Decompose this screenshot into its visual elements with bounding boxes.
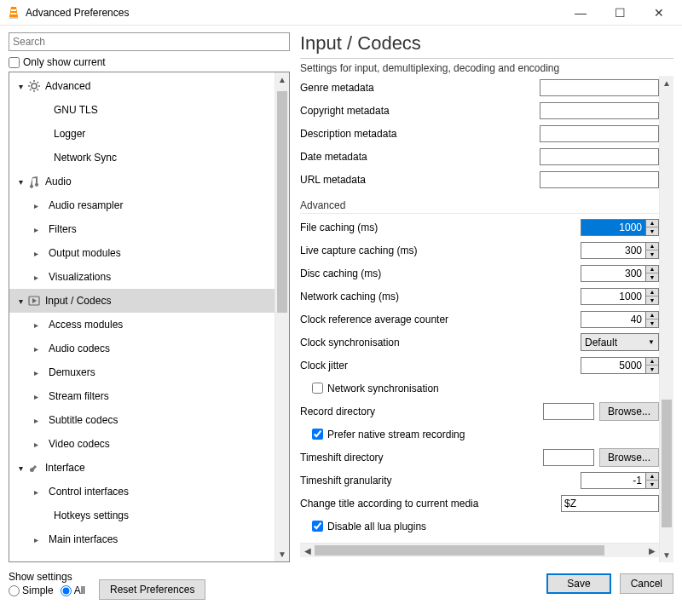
description-metadata-input[interactable] — [540, 125, 659, 142]
tree-audio-codecs[interactable]: ▸Audio codecs — [9, 337, 275, 360]
chevron-down-icon: ▾ — [14, 82, 26, 91]
hscroll-thumb[interactable] — [315, 545, 604, 556]
scroll-right-icon[interactable]: ▶ — [644, 546, 659, 556]
show-settings-label: Show settings — [9, 571, 85, 583]
scroll-up-icon[interactable]: ▲ — [660, 76, 673, 90]
cancel-button[interactable]: Cancel — [620, 573, 673, 594]
file-caching-spinner[interactable]: ▲▼ — [645, 219, 659, 236]
date-metadata-input[interactable] — [540, 148, 659, 165]
prefer-native-checkbox[interactable]: Prefer native stream recording — [300, 423, 659, 446]
record-dir-input[interactable] — [543, 403, 594, 420]
clock-ref-spinner[interactable]: ▲▼ — [645, 311, 659, 328]
chevron-right-icon: ▸ — [30, 201, 42, 210]
chevron-right-icon: ▸ — [30, 249, 42, 258]
network-caching-input[interactable] — [581, 288, 645, 305]
scroll-up-icon[interactable]: ▲ — [275, 72, 289, 87]
clock-ref-label: Clock reference average counter — [300, 314, 581, 325]
vlc-icon — [7, 6, 20, 20]
change-title-input[interactable] — [561, 495, 659, 512]
panel-hscrollbar[interactable]: ◀ ▶ — [300, 543, 659, 557]
simple-radio[interactable]: Simple — [9, 584, 54, 596]
only-show-current-checkbox[interactable]: Only show current — [9, 56, 290, 68]
maximize-button[interactable]: ☐ — [600, 0, 639, 26]
clock-jitter-spinner[interactable]: ▲▼ — [645, 357, 659, 374]
svg-line-9 — [30, 82, 32, 83]
tree-main-interfaces[interactable]: ▸Main interfaces — [9, 527, 275, 551]
svg-line-10 — [38, 89, 39, 91]
disc-caching-spinner[interactable]: ▲▼ — [645, 265, 659, 282]
all-radio[interactable]: All — [61, 584, 85, 596]
tree-hotkeys[interactable]: Hotkeys settings — [9, 504, 275, 527]
tree-logger[interactable]: Logger — [9, 122, 275, 146]
tree-gnutls[interactable]: GNU TLS — [9, 98, 275, 122]
disc-caching-label: Disc caching (ms) — [300, 268, 581, 279]
network-sync-checkbox[interactable]: Network synchronisation — [300, 377, 659, 400]
genre-metadata-input[interactable] — [540, 79, 659, 96]
scroll-left-icon[interactable]: ◀ — [300, 546, 315, 556]
panel-title: Input / Codecs — [300, 32, 673, 59]
reset-preferences-button[interactable]: Reset Preferences — [99, 579, 205, 600]
clock-sync-dropdown[interactable]: Default▼ — [581, 333, 659, 351]
tree-video-codecs[interactable]: ▸Video codecs — [9, 432, 275, 456]
tree-network-sync[interactable]: Network Sync — [9, 146, 275, 170]
timeshift-gran-spinner[interactable]: ▲▼ — [645, 472, 659, 489]
copyright-metadata-input[interactable] — [540, 102, 659, 119]
timeshift-dir-browse-button[interactable]: Browse... — [599, 448, 659, 467]
url-metadata-label: URL metadata — [300, 174, 540, 186]
panel-vscrollbar[interactable]: ▲ ▼ — [659, 76, 673, 562]
live-caching-label: Live capture caching (ms) — [300, 245, 581, 256]
search-input[interactable] — [9, 32, 290, 51]
scroll-down-icon[interactable]: ▼ — [275, 547, 289, 561]
tree-demuxers[interactable]: ▸Demuxers — [9, 360, 275, 384]
tree-stream-filters[interactable]: ▸Stream filters — [9, 384, 275, 408]
category-tree[interactable]: ▾ Advanced GNU TLS Logger Network Sync ▾… — [9, 72, 275, 561]
change-title-label: Change title according to current media — [300, 498, 561, 509]
clock-ref-input[interactable] — [581, 311, 645, 328]
timeshift-gran-input[interactable] — [581, 472, 645, 489]
copyright-metadata-label: Copyright metadata — [300, 105, 540, 117]
clock-sync-label: Clock synchronisation — [300, 337, 581, 348]
minimize-button[interactable]: — — [561, 0, 600, 26]
save-button[interactable]: Save — [546, 573, 610, 594]
timeshift-dir-input[interactable] — [543, 449, 594, 466]
titlebar: Advanced Preferences — ☐ ✕ — [0, 0, 682, 26]
disc-caching-input[interactable] — [581, 265, 645, 282]
tree-audio-resampler[interactable]: ▸Audio resampler — [9, 193, 275, 217]
tree-control-interfaces[interactable]: ▸Control interfaces — [9, 480, 275, 504]
input-codecs-icon — [26, 294, 42, 308]
close-button[interactable]: ✕ — [639, 0, 679, 26]
timeshift-dir-label: Timeshift directory — [300, 452, 543, 463]
chevron-down-icon: ▾ — [14, 177, 26, 187]
tree-advanced[interactable]: ▾ Advanced — [9, 74, 275, 98]
svg-point-4 — [32, 83, 37, 89]
tree-scrollbar[interactable]: ▲ ▼ — [275, 72, 289, 561]
record-dir-browse-button[interactable]: Browse... — [599, 402, 659, 421]
disable-lua-checkbox[interactable]: Disable all lua plugins — [300, 515, 659, 538]
tree-audio[interactable]: ▾ Audio — [9, 170, 275, 193]
live-caching-input[interactable] — [581, 242, 645, 259]
scroll-thumb[interactable] — [277, 91, 287, 313]
tree-input-codecs[interactable]: ▾ Input / Codecs — [9, 289, 275, 313]
tree-output-modules[interactable]: ▸Output modules — [9, 241, 275, 265]
live-caching-spinner[interactable]: ▲▼ — [645, 242, 659, 259]
tree-visualizations[interactable]: ▸Visualizations — [9, 265, 275, 289]
chevron-down-icon: ▾ — [14, 296, 26, 306]
network-caching-spinner[interactable]: ▲▼ — [645, 288, 659, 305]
url-metadata-input[interactable] — [540, 171, 659, 188]
tree-filters[interactable]: ▸Filters — [9, 217, 275, 241]
scroll-down-icon[interactable]: ▼ — [660, 548, 673, 562]
svg-rect-2 — [11, 9, 16, 11]
tree-subtitle-codecs[interactable]: ▸Subtitle codecs — [9, 408, 275, 432]
svg-rect-1 — [9, 17, 18, 19]
file-caching-input[interactable] — [581, 219, 645, 236]
description-metadata-label: Description metadata — [300, 128, 540, 140]
tree-interface[interactable]: ▾ Interface — [9, 456, 275, 480]
chevron-right-icon: ▸ — [30, 225, 42, 234]
scroll-thumb[interactable] — [662, 400, 672, 527]
clock-jitter-input[interactable] — [581, 357, 645, 374]
footer: Show settings Simple All Reset Preferenc… — [0, 562, 682, 605]
tree-access-modules[interactable]: ▸Access modules — [9, 313, 275, 337]
chevron-right-icon: ▸ — [30, 392, 42, 401]
file-caching-label: File caching (ms) — [300, 222, 581, 233]
svg-marker-0 — [9, 7, 18, 17]
